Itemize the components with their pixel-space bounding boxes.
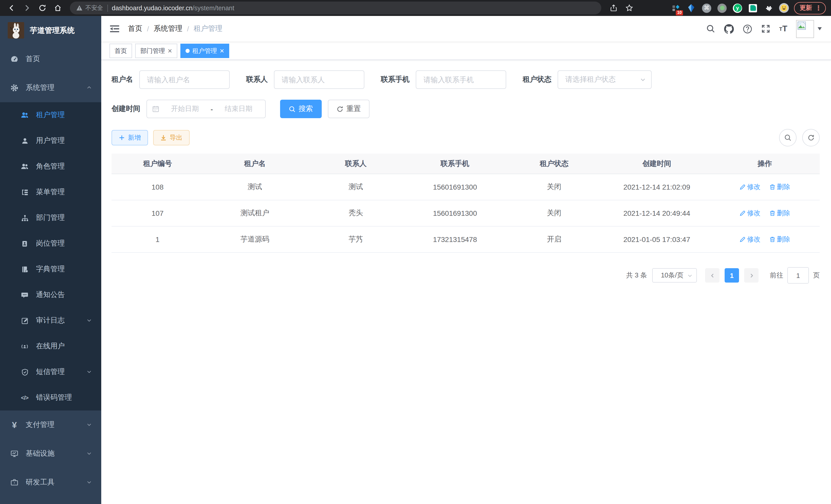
sidebar-item-dict[interactable]: 字典管理 <box>0 256 101 282</box>
edit-link[interactable]: 修改 <box>739 182 760 191</box>
sidebar-item-errcode[interactable]: </> 错误码管理 <box>0 385 101 411</box>
omnibox-divider <box>107 4 108 11</box>
delete-link[interactable]: 删除 <box>769 209 790 218</box>
status-select[interactable]: 请选择租户状态 <box>557 70 652 89</box>
app-logo <box>8 22 24 38</box>
refresh-table-button[interactable] <box>802 129 820 146</box>
sidebar-item-post[interactable]: 岗位管理 <box>0 231 101 256</box>
extension-command-icon[interactable]: ⌘ <box>701 3 712 13</box>
extension-recorder-icon[interactable] <box>717 3 727 13</box>
user-icon <box>21 137 29 145</box>
font-size-icon[interactable]: TT <box>779 24 787 33</box>
mobile-input[interactable] <box>416 70 506 89</box>
sidebar-item-role[interactable]: 角色管理 <box>0 154 101 179</box>
bookmark-star-icon[interactable] <box>623 2 635 14</box>
user-avatar-menu[interactable] <box>796 20 822 38</box>
sidebar-item-sms[interactable]: 短信管理 <box>0 359 101 385</box>
col-contact: 联系人 <box>306 154 405 174</box>
reload-icon[interactable] <box>36 2 48 14</box>
export-button[interactable]: 导出 <box>153 130 190 145</box>
sidebar-item-label: 用户管理 <box>36 136 92 145</box>
next-page-button[interactable] <box>744 268 758 283</box>
edit-pen-icon <box>739 184 745 190</box>
tab-dept[interactable]: 部门管理 ✕ <box>135 44 177 58</box>
close-icon[interactable]: ✕ <box>220 48 224 54</box>
extensions-puzzle-icon[interactable] <box>763 3 773 13</box>
address-bar[interactable]: 不安全 dashboard.yudao.iocoder.cn/system/te… <box>70 2 601 14</box>
tenant-name-input[interactable] <box>139 70 230 89</box>
extension-emoji-icon[interactable] <box>779 3 789 13</box>
tab-tenant[interactable]: 租户管理 ✕ <box>180 44 229 58</box>
breadcrumb-home[interactable]: 首页 <box>128 24 142 33</box>
delete-link[interactable]: 删除 <box>769 235 790 244</box>
close-icon[interactable]: ✕ <box>168 48 172 54</box>
github-icon[interactable] <box>724 24 734 34</box>
cell-created: 2021-01-05 17:03:47 <box>604 226 710 253</box>
caret-down-icon <box>818 27 822 30</box>
edit-link[interactable]: 修改 <box>739 209 760 218</box>
sidebar-item-infra[interactable]: 基础设施 <box>0 439 101 468</box>
create-time-range-picker[interactable]: 开始日期 - 结束日期 <box>146 100 266 118</box>
tags-view-bar: 首页 部门管理 ✕ 租户管理 ✕ <box>101 42 831 60</box>
sidebar-item-notice[interactable]: 通知公告 <box>0 282 101 308</box>
reset-button[interactable]: 重置 <box>328 100 370 118</box>
share-icon[interactable] <box>607 2 620 14</box>
sidebar-item-label: 岗位管理 <box>36 239 92 248</box>
calendar-icon <box>152 105 159 113</box>
goto-page-input[interactable] <box>787 267 809 284</box>
fullscreen-icon[interactable] <box>761 24 770 33</box>
sidebar-item-label: 短信管理 <box>36 367 86 377</box>
tenant-table: 租户编号 租户名 联系人 联系手机 租户状态 创建时间 操作 108 测试 <box>112 154 820 253</box>
sidebar-item-label: 租户管理 <box>36 111 92 120</box>
current-page[interactable]: 1 <box>725 268 739 283</box>
sidebar-item-online[interactable]: 在线用户 <box>0 333 101 359</box>
sidebar-item-user[interactable]: 用户管理 <box>0 128 101 154</box>
search-button[interactable]: 搜索 <box>280 100 322 118</box>
trash-icon <box>769 236 775 242</box>
security-warning[interactable]: 不安全 <box>76 4 103 12</box>
sidebar-item-tenant[interactable]: 租户管理 <box>0 102 101 128</box>
prev-page-button[interactable] <box>705 268 719 283</box>
sidebar-item-audit[interactable]: 审计日志 <box>0 308 101 333</box>
sidebar-item-label: 支付管理 <box>26 420 86 429</box>
help-icon[interactable] <box>743 24 752 34</box>
browser-menu-icon[interactable]: ⋮ <box>815 5 822 11</box>
sidebar-item-home[interactable]: 首页 <box>0 45 101 73</box>
sidebar-collapse-icon[interactable] <box>110 24 120 34</box>
home-icon[interactable] <box>51 2 64 14</box>
edit-link[interactable]: 修改 <box>739 235 760 244</box>
forward-icon[interactable] <box>21 2 33 14</box>
sidebar-item-payment[interactable]: ¥ 支付管理 <box>0 411 101 439</box>
back-icon[interactable] <box>5 2 18 14</box>
system-submenu: 租户管理 用户管理 角色管理 菜单管理 <box>0 102 101 411</box>
cell-status: 关闭 <box>505 174 604 200</box>
contact-input[interactable] <box>274 70 364 89</box>
page-size-select[interactable]: 10条/页 <box>652 268 697 283</box>
sidebar-item-dept[interactable]: 部门管理 <box>0 205 101 231</box>
total-count: 共 3 条 <box>626 271 647 280</box>
sidebar-item-devtools[interactable]: 研发工具 <box>0 468 101 497</box>
extension-saladict-icon[interactable]: 10 <box>671 3 681 13</box>
breadcrumb-system[interactable]: 系统管理 <box>154 24 182 33</box>
sidebar-item-system[interactable]: 系统管理 <box>0 73 101 102</box>
extension-kite-icon[interactable] <box>686 3 696 13</box>
delete-link[interactable]: 删除 <box>769 182 790 191</box>
menu-tree-icon <box>21 188 29 196</box>
sidebar-item-menu[interactable]: 菜单管理 <box>0 179 101 205</box>
app-logo-row[interactable]: 芋道管理系统 <box>0 16 101 45</box>
tab-home[interactable]: 首页 <box>110 44 132 58</box>
chevron-right-icon <box>748 272 754 278</box>
show-search-button[interactable] <box>779 129 797 146</box>
cell-tenant-name: 测试租户 <box>203 200 306 226</box>
extension-docs-icon[interactable] <box>748 3 758 13</box>
header-search-icon[interactable] <box>706 24 715 33</box>
extension-yuque-icon[interactable]: y <box>732 3 743 13</box>
chevron-down-icon <box>86 368 92 376</box>
browser-toolbar: 不安全 dashboard.yudao.iocoder.cn/system/te… <box>0 0 831 16</box>
col-mobile: 联系手机 <box>405 154 505 174</box>
start-date-placeholder: 开始日期 <box>164 104 207 114</box>
download-icon <box>160 135 167 141</box>
browser-update-button[interactable]: 更新 ⋮ <box>794 2 826 14</box>
filter-row-2: 创建时间 开始日期 - 结束日期 搜索 重置 <box>112 100 820 118</box>
add-button[interactable]: 新增 <box>112 130 148 145</box>
